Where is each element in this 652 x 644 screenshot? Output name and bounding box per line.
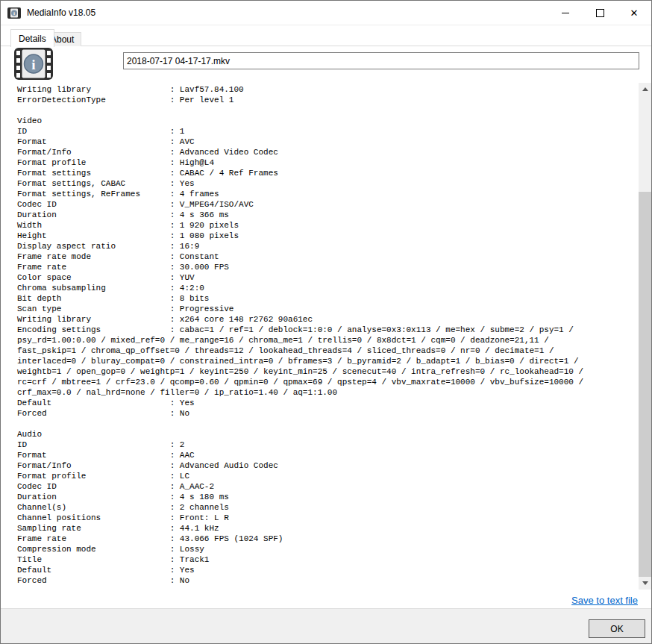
ok-button[interactable]: OK	[589, 619, 645, 638]
tab-details[interactable]: Details	[10, 29, 54, 47]
tab-details-label: Details	[19, 34, 46, 44]
maximize-button[interactable]	[583, 1, 617, 25]
tab-about-label: About	[51, 34, 74, 45]
video-file-icon: i	[14, 48, 53, 80]
scroll-thumb[interactable]	[639, 192, 651, 577]
window-title: MediaInfo v18.05	[27, 7, 95, 18]
close-button[interactable]: ✕	[617, 1, 651, 25]
caption-buttons: ✕	[548, 1, 651, 25]
minimize-button[interactable]	[548, 1, 583, 25]
svg-text:i: i	[13, 10, 15, 16]
mediainfo-window: i MediaInfo v18.05 ✕ Details About i Wri…	[0, 0, 652, 644]
svg-text:i: i	[31, 57, 35, 72]
details-text-area[interactable]: Writing library : Lavf57.84.100 ErrorDet…	[1, 83, 640, 590]
save-to-text-file-link[interactable]: Save to text file	[571, 595, 638, 606]
arrow-up-icon	[642, 87, 648, 91]
close-icon: ✕	[630, 8, 639, 18]
details-text: Writing library : Lavf57.84.100 ErrorDet…	[17, 84, 583, 586]
tab-strip-line	[1, 46, 651, 46]
minimize-icon	[562, 13, 569, 13]
scroll-up-button[interactable]	[639, 83, 651, 96]
scroll-down-button[interactable]	[639, 577, 651, 590]
title-bar: i MediaInfo v18.05 ✕	[1, 1, 651, 25]
ok-button-label: OK	[610, 624, 623, 634]
maximize-icon	[596, 9, 604, 17]
filename-input[interactable]	[123, 52, 639, 69]
vertical-scrollbar[interactable]	[639, 83, 651, 590]
dialog-footer	[1, 608, 651, 643]
arrow-down-icon	[642, 581, 648, 585]
mediainfo-app-icon: i	[7, 7, 21, 19]
